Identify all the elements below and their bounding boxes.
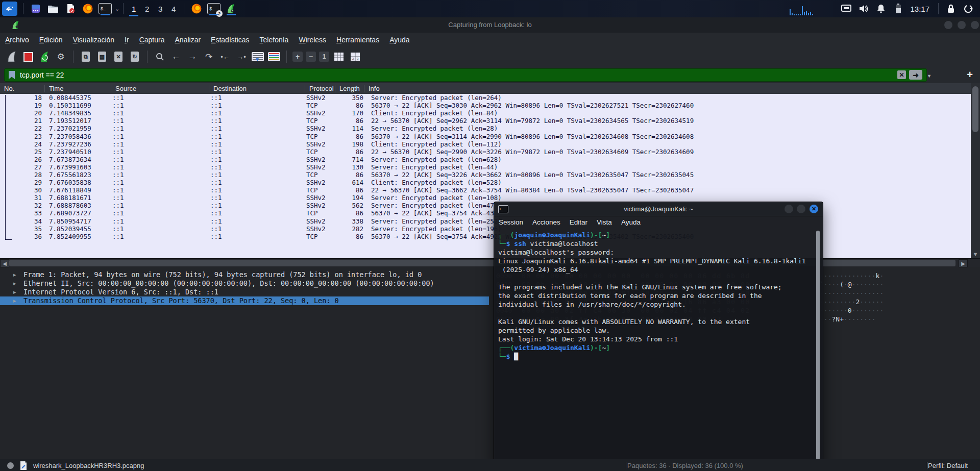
terminal-window[interactable]: ›_ victima@JoaquinKali: ~ ✕ SessionAccio… [494,202,823,465]
window-close-button[interactable] [971,21,979,29]
filter-add-button[interactable]: + [967,69,973,81]
column-header-length[interactable]: Length [335,85,364,92]
capture-options-gear-icon[interactable]: ⚙ [54,50,67,63]
table-row[interactable]: 247.237927236::1::1SSHv2198Client: Encry… [0,140,971,148]
terminal-menu-session[interactable]: Session [499,218,523,226]
window-maximize-button[interactable] [958,21,966,29]
detail-row[interactable]: ▸Ethernet II, Src: 00:00:00_00:00:00 (00… [0,279,489,288]
scroll-left-arrow-icon[interactable]: ◀ [0,259,9,267]
terminal-maximize-button[interactable] [797,205,805,213]
table-row[interactable]: 297.676035838::1::1SSHv2614Client: Encry… [0,179,971,186]
column-header-time[interactable]: Time [45,85,111,92]
menu-archivo[interactable]: Archivo [5,36,29,44]
close-file-button[interactable]: ✕ [112,50,125,63]
expand-arrow-icon[interactable]: ▸ [13,288,16,296]
colorize-button[interactable] [267,50,281,63]
menu-ir[interactable]: Ir [125,36,129,44]
terminal-scrollbar[interactable] [816,231,820,460]
column-header-info[interactable]: Info [364,85,980,92]
table-row[interactable]: 347.850954717::1::1SSHv2338Server: Encry… [0,217,971,225]
table-row[interactable]: 277.673991603::1::1SSHv2130Server: Encry… [0,163,971,171]
table-row[interactable]: 367.852409955::1::1TCP8656370 → 22 [ACK]… [0,233,971,240]
profile-status[interactable]: Perfil: Default [928,462,968,469]
menu-estadísticas[interactable]: Estadísticas [211,36,249,44]
zoom-reset-button[interactable]: 1 [319,52,329,62]
horizontal-scrollbar[interactable]: ◀ ▶ [0,258,980,268]
restart-capture-button[interactable] [38,50,51,63]
terminal-menu-ayuda[interactable]: Ayuda [621,218,641,226]
logout-icon[interactable] [962,2,975,15]
firefox-icon[interactable] [81,2,94,15]
table-row[interactable]: 190.150311699::1::1TCP8656370 → 22 [ACK]… [0,102,971,109]
detail-row[interactable]: ▸Internet Protocol Version 6, Src: ::1, … [0,288,489,296]
workspace-1[interactable]: 1 [127,2,140,16]
table-row[interactable]: 327.688878603::1::1SSHv2562Server: Encry… [0,202,971,209]
expand-arrow-icon[interactable]: ▸ [13,279,16,288]
terminal-window-icon[interactable]: $_ 2 [207,2,220,15]
autoscroll-button[interactable]: ▼ [251,50,264,63]
packet-list[interactable]: 180.088445375::1::1SSHv2350Server: Encry… [0,94,971,258]
file-manager-icon[interactable] [46,2,60,15]
workspace-4[interactable]: 4 [167,2,180,16]
packet-list-scrollbar[interactable]: ▼ [971,83,980,258]
save-file-button[interactable]: ▦ [95,50,109,63]
find-packet-icon[interactable] [153,50,166,63]
notifications-bell-icon[interactable] [874,2,888,15]
table-row[interactable]: 307.676118849::1::1TCP8622 → 56370 [ACK]… [0,186,971,194]
detail-row[interactable]: ▸Transmission Control Protocol, Src Port… [0,296,489,305]
terminal-launcher-icon[interactable]: $_ [99,2,112,15]
menu-herramientas[interactable]: Herramientas [336,36,379,44]
text-editor-icon[interactable] [64,2,77,15]
table-row[interactable]: 337.689073727::1::1TCP8656370 → 22 [ACK]… [0,209,971,217]
cpu-graph[interactable] [790,2,830,15]
table-row[interactable]: 180.088445375::1::1SSHv2350Server: Encry… [0,94,971,102]
go-back-button[interactable]: ← [169,50,183,63]
scroll-right-arrow-icon[interactable]: ▶ [959,259,968,267]
go-first-packet-button[interactable]: •← [218,50,232,63]
terminal-menu-vista[interactable]: Vista [597,218,612,226]
terminal-menu-editar[interactable]: Editar [570,218,587,226]
kali-menu-button[interactable] [2,2,17,16]
chevron-down-icon[interactable]: ⌄ [115,6,119,12]
capture-filename[interactable]: wireshark_LoopbackHR3RH3.pcapng [33,462,144,469]
table-row[interactable]: 267.673873634::1::1SSHv2714Server: Encry… [0,156,971,163]
terminal-minimize-button[interactable] [785,205,793,213]
resize-columns-button[interactable] [332,50,346,63]
filter-dropdown-caret[interactable]: ▾ [928,73,930,79]
menu-telefonía[interactable]: Telefonía [260,36,289,44]
expand-arrow-icon[interactable]: ▸ [13,270,16,279]
go-forward-button[interactable]: → [186,50,199,63]
table-row[interactable]: 217.193512017::1::1TCP8622 → 56370 [ACK]… [0,117,971,125]
filter-clear-button[interactable]: ✕ [897,70,906,79]
expand-arrow-icon[interactable]: ▸ [13,296,16,305]
menu-ayuda[interactable]: Ayuda [389,36,409,44]
column-header-no[interactable]: No. [0,85,45,92]
table-row[interactable]: 237.237058436::1::1TCP8656370 → 22 [ACK]… [0,132,971,140]
volume-icon[interactable] [857,2,870,15]
workspace-2[interactable]: 2 [140,2,154,16]
window-minimize-button[interactable] [944,21,952,29]
table-row[interactable]: 207.148349835::1::1SSHv2170Client: Encry… [0,109,971,117]
wireshark-titlebar[interactable]: Capturing from Loopback: lo [0,17,980,33]
stop-capture-button[interactable] [21,50,35,63]
expert-info-icon[interactable] [7,462,14,469]
column-layout-button[interactable]: 23 [349,50,362,63]
menu-visualización[interactable]: Visualización [73,36,114,44]
table-row[interactable]: 287.675561823::1::1TCP8656370 → 22 [ACK]… [0,171,971,179]
table-row[interactable]: 317.688181671::1::1SSHv2194Server: Encry… [0,194,971,202]
battery-icon[interactable] [892,2,905,15]
detail-row[interactable]: ▸Frame 1: Packet, 94 bytes on wire (752 … [0,270,489,279]
table-row[interactable]: 357.852039455::1::1SSHv2282Server: Encry… [0,225,971,233]
zoom-out-button[interactable]: − [306,52,316,62]
terminal-menu-acciones[interactable]: Acciones [532,218,560,226]
scrollbar-thumb[interactable] [972,86,978,132]
lock-icon[interactable] [944,2,958,15]
terminal-output[interactable]: ┌──(joaquin⊛JoaquinKali)-[~]└─$ ssh vict… [498,231,814,462]
column-header-source[interactable]: Source [111,85,209,92]
scroll-down-arrow-icon[interactable]: ▼ [971,251,980,257]
menu-analizar[interactable]: Analizar [175,36,201,44]
go-to-packet-button[interactable]: ↷ [202,50,215,63]
menu-captura[interactable]: Captura [139,36,165,44]
bookmark-icon[interactable] [9,71,15,79]
table-row[interactable]: 227.237021959::1::1SSHv2114Server: Encry… [0,125,971,132]
